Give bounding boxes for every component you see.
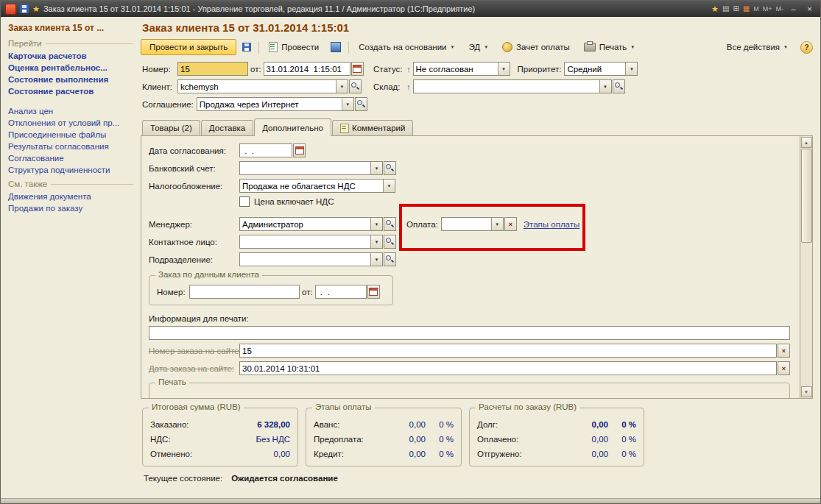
- agreement-input[interactable]: [197, 98, 342, 110]
- post-button[interactable]: Провести: [263, 39, 325, 55]
- status-input[interactable]: [414, 63, 498, 75]
- client-combobox[interactable]: ▼: [177, 79, 348, 93]
- dropdown-arrow-icon[interactable]: ▼: [370, 162, 382, 174]
- sidebar-item-analiz-cen[interactable]: Анализ цен: [8, 107, 133, 116]
- dropdown-arrow-icon[interactable]: ▼: [498, 63, 510, 75]
- sidebar-item-rezultaty-soglasovaniya[interactable]: Результаты согласования: [8, 142, 133, 151]
- taxation-combobox[interactable]: ▼: [239, 179, 395, 193]
- dropdown-arrow-icon[interactable]: ▼: [370, 253, 382, 266]
- ed-button[interactable]: ЭД▼: [462, 39, 494, 55]
- all-actions-button[interactable]: Все действия▼: [721, 39, 794, 55]
- tab-dostavka[interactable]: Доставка: [201, 120, 253, 135]
- sidebar-item-ocenka-rentabelnosti[interactable]: Оценка рентабельнос...: [8, 63, 133, 72]
- client-order-number-field[interactable]: [189, 285, 300, 299]
- scroll-down-button[interactable]: ▼: [801, 386, 812, 397]
- approval-date-calendar-button[interactable]: [293, 143, 306, 157]
- number-input[interactable]: [178, 63, 247, 75]
- department-combobox[interactable]: ▼: [239, 252, 383, 266]
- client-input[interactable]: [178, 80, 336, 93]
- warehouse-combobox[interactable]: ▼: [413, 79, 612, 93]
- bank-account-input[interactable]: [240, 162, 370, 174]
- memory-m-minus-button[interactable]: M-: [776, 5, 784, 13]
- tab-tovary[interactable]: Товары (2): [142, 120, 200, 135]
- calendar-titlebar-icon[interactable]: ▦: [743, 5, 750, 13]
- memory-m-button[interactable]: M: [753, 5, 759, 13]
- sidebar-item-kartochka-raschetov[interactable]: Карточка расчетов: [8, 52, 133, 60]
- history-page-icon[interactable]: ▤: [722, 5, 729, 13]
- save-button[interactable]: [239, 39, 255, 55]
- print-info-input[interactable]: [149, 327, 789, 339]
- client-order-date-calendar-button[interactable]: [367, 285, 380, 299]
- client-order-date-field[interactable]: [315, 285, 367, 299]
- dropdown-arrow-icon[interactable]: ▼: [370, 235, 382, 248]
- titlebar-save-icon[interactable]: [20, 4, 29, 13]
- vat-checkbox[interactable]: [239, 196, 250, 207]
- client-lookup-button[interactable]: [349, 79, 362, 93]
- vertical-scrollbar[interactable]: ▲ ▼: [800, 136, 812, 398]
- site-number-field[interactable]: [239, 344, 777, 358]
- dropdown-arrow-icon[interactable]: ▼: [625, 63, 637, 75]
- dropdown-arrow-icon[interactable]: ▼: [491, 218, 503, 230]
- bank-account-combobox[interactable]: ▼: [239, 161, 383, 175]
- titlebar-star-icon[interactable]: ★: [32, 5, 40, 13]
- warehouse-lookup-button[interactable]: [613, 79, 625, 93]
- sidebar-item-otkloneniya-ot-usloviy[interactable]: Отклонения от условий пр...: [8, 118, 133, 127]
- dropdown-arrow-icon[interactable]: ▼: [370, 218, 382, 230]
- contact-lookup-button[interactable]: [384, 235, 396, 249]
- print-button[interactable]: Печать▼: [578, 39, 641, 55]
- doc-date-input[interactable]: [264, 63, 350, 75]
- site-date-clear-button[interactable]: ×: [778, 361, 790, 375]
- post-and-close-button[interactable]: Провести и закрыть: [141, 39, 236, 55]
- approval-date-field[interactable]: [239, 143, 292, 157]
- sidebar-item-sostoyanie-raschetov[interactable]: Состояние расчетов: [8, 87, 133, 96]
- agreement-combobox[interactable]: ▼: [197, 97, 354, 111]
- payment-offset-button[interactable]: Зачет оплаты: [496, 39, 576, 55]
- bank-account-lookup-button[interactable]: [384, 161, 396, 175]
- manager-lookup-button[interactable]: [384, 217, 396, 231]
- dropdown-arrow-icon[interactable]: ▼: [383, 180, 395, 192]
- document-movements-button[interactable]: [327, 39, 345, 55]
- dropdown-arrow-icon[interactable]: ▼: [336, 80, 348, 93]
- payment-combobox[interactable]: ▼: [441, 217, 504, 231]
- sidebar-item-dvizheniya-dokumenta[interactable]: Движения документа: [8, 192, 133, 201]
- help-button[interactable]: ?: [800, 41, 813, 54]
- print-info-field[interactable]: [149, 326, 790, 340]
- tab-kommentariy[interactable]: Комментарий: [332, 120, 413, 135]
- sidebar-item-struktura-podchinennosti[interactable]: Структура подчиненности: [8, 166, 133, 174]
- site-number-clear-button[interactable]: ×: [778, 344, 790, 358]
- site-number-input[interactable]: [240, 344, 776, 357]
- client-order-number-input[interactable]: [190, 285, 299, 298]
- site-date-field[interactable]: [239, 361, 777, 375]
- priority-input[interactable]: [565, 63, 625, 75]
- payment-input[interactable]: [442, 218, 491, 230]
- payment-stages-link[interactable]: Этапы оплаты: [524, 220, 580, 229]
- dropdown-arrow-icon[interactable]: ▼: [342, 98, 353, 110]
- calculator-icon[interactable]: ⊞: [733, 5, 739, 13]
- priority-combobox[interactable]: ▼: [564, 62, 638, 76]
- scroll-up-button[interactable]: ▲: [801, 137, 812, 148]
- memory-m-plus-button[interactable]: M+: [763, 5, 772, 13]
- create-based-on-button[interactable]: Создать на основании▼: [353, 39, 460, 55]
- minimize-button[interactable]: –: [787, 4, 800, 13]
- agreement-lookup-button[interactable]: [355, 97, 367, 111]
- close-button[interactable]: ×: [803, 4, 816, 13]
- dropdown-arrow-icon[interactable]: ▼: [599, 80, 611, 93]
- client-order-date-input[interactable]: [316, 285, 366, 298]
- approval-date-input[interactable]: [240, 144, 292, 157]
- department-input[interactable]: [240, 253, 370, 266]
- department-lookup-button[interactable]: [384, 252, 396, 266]
- contact-input[interactable]: [240, 235, 370, 248]
- warehouse-input[interactable]: [414, 80, 599, 93]
- site-date-input[interactable]: [240, 362, 776, 375]
- sidebar-item-prisoedinennye-fayly[interactable]: Присоединенные файлы: [8, 130, 133, 139]
- scrollbar-thumb[interactable]: [801, 149, 812, 243]
- contact-combobox[interactable]: ▼: [239, 235, 383, 249]
- manager-combobox[interactable]: ▼: [239, 217, 383, 231]
- sidebar-item-prodazhi-po-zakazu[interactable]: Продажи по заказу: [8, 204, 133, 213]
- sidebar-item-sostoyanie-vypolneniya[interactable]: Состояние выполнения: [8, 75, 133, 84]
- status-combobox[interactable]: ▼: [413, 62, 510, 76]
- doc-date-field[interactable]: [264, 62, 350, 76]
- manager-input[interactable]: [240, 218, 370, 230]
- sidebar-item-soglasovanie[interactable]: Согласование: [8, 154, 133, 163]
- taxation-input[interactable]: [240, 180, 383, 192]
